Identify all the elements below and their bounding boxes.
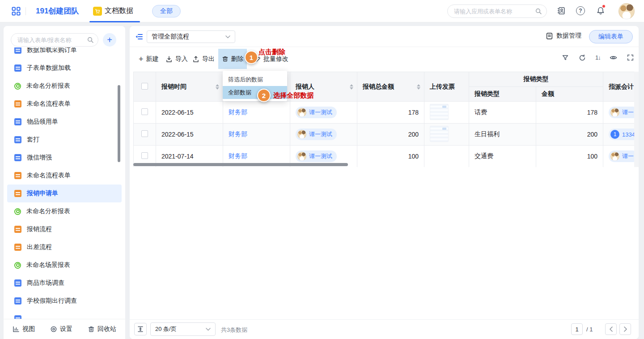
- page-size-value: 20 条/页: [155, 325, 177, 333]
- flow-scope-value: 管理全部流程: [152, 33, 189, 41]
- import-button[interactable]: 导入: [165, 53, 188, 65]
- sort-icon[interactable]: [350, 84, 353, 90]
- sidebar-item[interactable]: 微信增强: [7, 149, 122, 167]
- contacts-icon[interactable]: [557, 6, 566, 15]
- sidebar-item[interactable]: [7, 310, 122, 319]
- sidebar-item[interactable]: 子表单数据加载: [7, 59, 122, 77]
- sub-col-header-amount[interactable]: 金额: [536, 87, 603, 102]
- col-header-invoice[interactable]: 上传发票: [424, 72, 469, 102]
- sidebar-item[interactable]: 报销流程: [7, 220, 122, 238]
- global-search-input[interactable]: [447, 4, 547, 18]
- col-header-total[interactable]: 报销总金额: [357, 72, 424, 102]
- sidebar-item-label: 未命名场景报表: [26, 261, 70, 269]
- sidebar: + 数据加载采购订单 子表单数据加载 未命名分析报表 未命名流程表单: [4, 26, 125, 339]
- total-cell: 178: [357, 102, 424, 124]
- sidebar-item[interactable]: 物品领用单: [7, 113, 122, 131]
- data-manage-icon: [546, 32, 553, 40]
- sidebar-item[interactable]: 未命名分析报表: [7, 202, 122, 220]
- fullscreen-icon[interactable]: [627, 54, 635, 61]
- row-checkbox[interactable]: [141, 130, 148, 137]
- current-page-input[interactable]: 1: [571, 323, 583, 335]
- app-tab-label[interactable]: 文档数据: [105, 6, 133, 16]
- row-select-cell: [134, 124, 156, 146]
- sidebar-item[interactable]: 未命名分析报表: [7, 77, 122, 95]
- amount-cell: 178: [536, 102, 603, 124]
- member-chip[interactable]: 11334: [609, 129, 634, 140]
- invoice-thumbnail[interactable]: [430, 104, 449, 120]
- form-search-input[interactable]: [11, 33, 98, 47]
- select-all-checkbox[interactable]: [141, 83, 148, 90]
- member-avatar: [297, 108, 306, 117]
- next-page-button[interactable]: [619, 323, 631, 335]
- eye-icon[interactable]: [610, 54, 618, 61]
- member-chip[interactable]: 谭一: [609, 107, 634, 118]
- new-label: 新建: [146, 55, 159, 63]
- accountant-cell: 11334: [603, 124, 635, 146]
- col-header-time[interactable]: 报销时间: [156, 72, 223, 102]
- data-manage-button[interactable]: 数据管理: [546, 32, 581, 40]
- sidebar-item[interactable]: 数据加载采购订单: [7, 47, 122, 59]
- search-icon[interactable]: [87, 36, 94, 43]
- sidebar-scrollbar[interactable]: [118, 85, 120, 162]
- apps-grid-icon[interactable]: [12, 7, 21, 16]
- table-row[interactable]: 2022-06-15 财务部 谭一测试 200 生日福利 200 11334: [134, 124, 635, 146]
- new-button[interactable]: + 新建: [139, 53, 159, 65]
- import-label: 导入: [175, 55, 188, 63]
- sidebar-item[interactable]: 商品市场调查: [7, 274, 122, 292]
- member-chip[interactable]: 谭一测试: [296, 107, 337, 118]
- settings-button[interactable]: 设置: [50, 325, 72, 333]
- user-avatar[interactable]: [619, 3, 635, 19]
- menu-item-filtered-data[interactable]: 筛选后的数据: [223, 73, 287, 86]
- form-icon: [14, 47, 21, 54]
- prev-page-button[interactable]: [605, 323, 617, 335]
- export-button[interactable]: 导出: [192, 53, 215, 65]
- row-height-button[interactable]: [134, 323, 147, 335]
- invoice-cell: [424, 146, 469, 167]
- sidebar-item[interactable]: 套打: [7, 131, 122, 149]
- member-chip[interactable]: 谭一测试: [296, 150, 337, 162]
- team-name[interactable]: 191创建团队: [36, 6, 79, 16]
- row-checkbox[interactable]: [141, 152, 148, 159]
- table-row[interactable]: 2022-06-15 财务部 谭一测试 178 话费 178 谭一: [134, 102, 635, 124]
- sidebar-footer: 视图 设置 回收站: [4, 319, 125, 339]
- edit-form-button[interactable]: 编辑表单: [589, 30, 633, 43]
- sort-order-icon[interactable]: 1↓: [595, 54, 601, 61]
- sidebar-item[interactable]: 学校假期出行调查: [7, 292, 122, 310]
- col-header-accountant[interactable]: 指派会计: [603, 72, 635, 102]
- form-icon: [14, 297, 21, 305]
- sidebar-item[interactable]: 未命名流程表单: [7, 95, 122, 113]
- add-form-button[interactable]: +: [103, 33, 116, 47]
- sort-icon[interactable]: [417, 84, 420, 90]
- sub-col-header-type[interactable]: 报销类型: [469, 87, 536, 102]
- invoice-cell: [424, 102, 469, 124]
- refresh-icon[interactable]: [578, 54, 586, 61]
- help-glyph: ?: [579, 8, 582, 14]
- views-button[interactable]: 视图: [13, 325, 35, 333]
- sidebar-item[interactable]: 未命名场景报表: [7, 256, 122, 274]
- delete-button[interactable]: 删除: [218, 49, 247, 69]
- help-icon[interactable]: ?: [576, 6, 585, 15]
- search-icon[interactable]: [535, 8, 542, 15]
- notification-dot: [602, 4, 606, 8]
- invoice-thumbnail[interactable]: [430, 126, 449, 142]
- main-panel: 管理全部流程 数据管理 编辑表单 + 新建: [130, 26, 639, 339]
- flow-scope-select[interactable]: 管理全部流程: [147, 30, 235, 43]
- member-chip[interactable]: 谭一: [609, 150, 634, 162]
- collapse-sidebar-icon[interactable]: [135, 33, 143, 41]
- sidebar-item[interactable]: 出差流程: [7, 238, 122, 256]
- sidebar-item-label: 商品市场调查: [27, 279, 64, 287]
- member-chip[interactable]: 谭一测试: [296, 129, 337, 140]
- recycle-bin-button[interactable]: 回收站: [88, 325, 116, 333]
- trash-icon: [88, 326, 95, 333]
- form-search: [11, 33, 98, 47]
- sort-icon[interactable]: [216, 84, 219, 90]
- row-checkbox[interactable]: [141, 108, 148, 115]
- scope-filter-pill[interactable]: 全部: [152, 5, 181, 17]
- filter-icon[interactable]: [561, 54, 569, 61]
- global-search: [447, 4, 547, 18]
- table-horizontal-scrollbar[interactable]: [133, 163, 348, 166]
- page-size-select[interactable]: 20 条/页: [150, 322, 216, 336]
- sidebar-item-selected[interactable]: 报销申请单: [7, 185, 122, 202]
- amount-cell: 100: [536, 146, 603, 167]
- sidebar-item[interactable]: 未命名流程表单: [7, 167, 122, 185]
